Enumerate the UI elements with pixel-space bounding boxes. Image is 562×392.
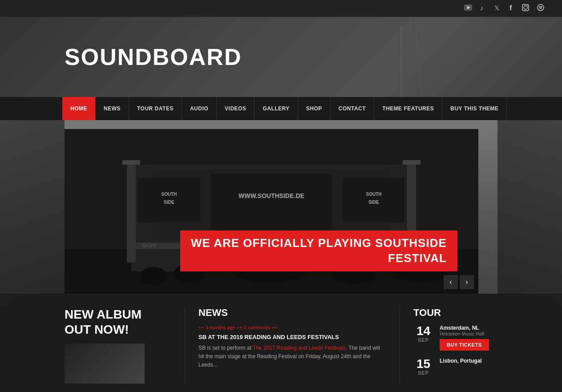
venue-name-1: Amsterdam, NL [440, 325, 497, 331]
caption-line1: WE ARE OFFICIALLY PLAYING SOUTHSIDE [191, 236, 447, 250]
svg-text:f: f [509, 4, 512, 12]
date-month-1: SEP [413, 337, 433, 343]
tour-date-row-2: 15 SEP Lisbon, Portugal [413, 358, 497, 376]
nav-videos[interactable]: VIDEOS [217, 97, 255, 120]
venue-hall-1: Heineken Music Hall [440, 331, 497, 336]
date-day-1: 14 [413, 325, 433, 337]
svg-text:SIDE: SIDE [368, 200, 379, 205]
svg-text:SOUTH: SOUTH [162, 192, 177, 197]
next-arrow[interactable]: › [460, 275, 474, 289]
nav-contact[interactable]: CONTACT [331, 97, 374, 120]
svg-rect-10 [400, 26, 402, 97]
instagram-link[interactable] [522, 4, 529, 13]
nav-gallery[interactable]: GALLERY [255, 97, 298, 120]
excerpt-link[interactable]: The 2017 Reading and Leeds Festivals [253, 345, 346, 351]
slider-caption: WE ARE OFFICIALLY PLAYING SOUTHSIDE FEST… [180, 230, 457, 271]
slider-arrows: ‹ › [444, 275, 474, 289]
nav-buy-theme[interactable]: BUY THIS THEME [442, 97, 507, 120]
nav-theme-features[interactable]: THEME FEATURES [374, 97, 442, 120]
news-excerpt: SB is set to perform at The 2017 Reading… [198, 344, 386, 370]
music-link[interactable]: ♪ [480, 4, 486, 13]
news-heading: NEWS [198, 307, 386, 319]
news-block: NEWS ++ 9 months ago ++ 0 comments ++ SB… [185, 307, 386, 384]
album-block: NEW ALBUM OUT NOW! [65, 307, 171, 384]
venue-info-2: Lisbon, Portugal [440, 358, 497, 364]
news-article-title[interactable]: SB AT THE 2019 READING AND LEEDS FESTIVA… [198, 334, 386, 340]
svg-text:SOUTH: SOUTH [366, 192, 382, 197]
twitter-link[interactable]: 𝕏 [494, 4, 501, 12]
prev-arrow[interactable]: ‹ [444, 275, 458, 289]
slider-container: WWW.SOUTHSIDE.DE SOUTH SIDE SOUTH SIDE B… [65, 129, 478, 294]
bottom-section: NEW ALBUM OUT NOW! NEWS ++ 9 months ago … [0, 294, 562, 392]
svg-text:𝕏: 𝕏 [494, 4, 499, 11]
main-nav: HOME NEWS TOUR DATES AUDIO VIDEOS GALLER… [0, 97, 562, 120]
nav-tour-dates[interactable]: TOUR DATES [129, 97, 182, 120]
date-month-2: SEP [413, 370, 433, 376]
venue-info-1: Amsterdam, NL Heineken Music Hall BUY TI… [440, 325, 497, 351]
album-art [65, 344, 145, 384]
buy-tickets-btn-1[interactable]: BUY TICKETS [440, 339, 489, 351]
nav-news[interactable]: NEWS [96, 97, 129, 120]
excerpt-before: SB is set to perform at [198, 345, 253, 351]
site-title: SOUNDBOARD [65, 44, 242, 70]
svg-point-7 [527, 5, 528, 6]
svg-text:WWW.SOUTHSIDE.DE: WWW.SOUTHSIDE.DE [239, 192, 304, 199]
date-box-1: 14 SEP [413, 325, 433, 343]
tour-block: TOUR 14 SEP Amsterdam, NL Heineken Music… [400, 307, 497, 384]
svg-rect-5 [522, 4, 529, 11]
nav-home[interactable]: HOME [62, 97, 96, 120]
facebook-link[interactable]: f [509, 4, 514, 13]
svg-rect-16 [122, 160, 140, 165]
news-meta: ++ 9 months ago ++ 0 comments ++ [198, 325, 386, 330]
caption-line2: FESTIVAL [388, 251, 447, 266]
svg-text:♪: ♪ [480, 4, 484, 11]
nav-shop[interactable]: SHOP [298, 97, 331, 120]
social-bar: ♪ 𝕏 f [0, 0, 562, 17]
svg-rect-20 [211, 174, 332, 231]
tour-heading: TOUR [413, 307, 497, 319]
date-box-2: 15 SEP [413, 358, 433, 376]
svg-text:SIDE: SIDE [164, 200, 174, 205]
svg-rect-18 [403, 160, 420, 165]
nav-audio[interactable]: AUDIO [182, 97, 217, 120]
spotify-link[interactable] [537, 4, 544, 13]
youtube-link[interactable] [464, 4, 472, 12]
tour-date-row-1: 14 SEP Amsterdam, NL Heineken Music Hall… [413, 325, 497, 351]
album-title: NEW ALBUM OUT NOW! [65, 307, 171, 337]
svg-point-6 [524, 6, 527, 9]
date-day-2: 15 [413, 358, 433, 370]
header-area: SOUNDBOARD [0, 17, 562, 97]
venue-name-2: Lisbon, Portugal [440, 358, 497, 364]
